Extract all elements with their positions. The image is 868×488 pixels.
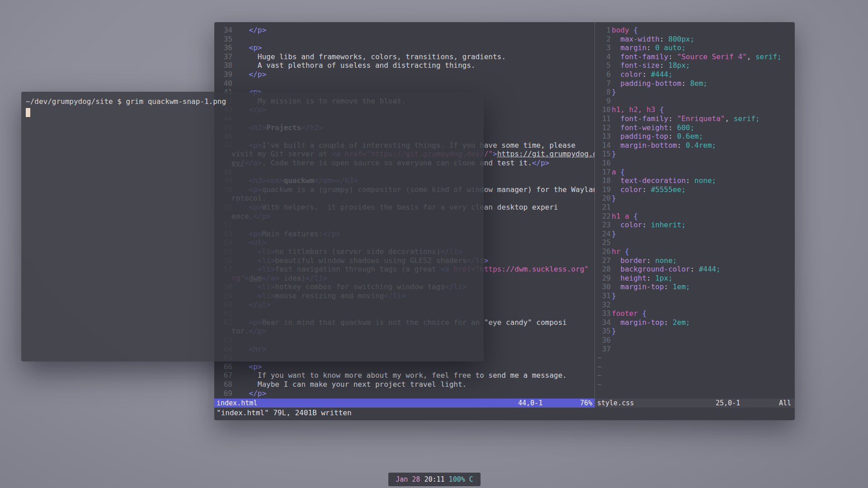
code-text: max-width: 800px; (612, 35, 694, 44)
code-row: 8} (595, 88, 795, 97)
line-number: 25 (595, 238, 611, 247)
line-number: 28 (595, 265, 611, 274)
code-row: 23 color: inherit; (595, 221, 795, 230)
statusline-cursor-position: 44,0-1 (518, 399, 542, 408)
code-row: 67 If you want to know more about my wor… (214, 371, 594, 380)
code-row: 9 (595, 97, 795, 106)
code-row: 29 height: 1px; (595, 274, 795, 283)
code-row: 37 Huge libs and frameworks, colors, tra… (214, 52, 594, 61)
code-row: 33footer { (595, 309, 795, 318)
line-number: 67 (214, 371, 232, 380)
terminal-cursor (26, 108, 30, 117)
code-row: 15} (595, 150, 795, 159)
line-number: 7 (595, 79, 611, 88)
code-text: margin: 0 auto; (612, 43, 686, 52)
tilde-marker: ~ (597, 362, 602, 371)
code-row: 7 padding-bottom: 8em; (595, 79, 795, 88)
code-text: } (612, 194, 616, 203)
line-number: 23 (595, 221, 611, 230)
code-text: a { (612, 168, 625, 177)
line-number: 26 (595, 247, 611, 256)
code-row: 38 A vast plethora of useless and distra… (214, 61, 594, 70)
line-number: 3 (595, 43, 611, 52)
code-row: 2 max-width: 800px; (595, 35, 795, 44)
tilde-marker: ~ (597, 353, 602, 362)
line-number: 2 (595, 35, 611, 44)
vim-statusline-active: index.html 44,0-1 76% (214, 399, 594, 408)
code-row: 1body { (595, 26, 795, 35)
status-bar: Jan 28 20:11 100% C (388, 473, 481, 486)
code-text: color: inherit; (612, 221, 686, 230)
line-number: 38 (214, 61, 232, 70)
line-number: 37 (595, 345, 611, 354)
code-text: background-color: #444; (612, 265, 721, 274)
line-number: 32 (595, 300, 611, 310)
line-number: 36 (595, 336, 611, 345)
line-number: 17 (595, 168, 611, 177)
code-text: color: #444; (612, 70, 673, 79)
code-text: font-size: 18px; (612, 61, 690, 70)
line-number: 15 (595, 150, 611, 159)
code-text: text-decoration: none; (612, 176, 716, 185)
code-row: 11 font-family: "Enriqueta", serif; (595, 114, 795, 123)
line-number: 19 (595, 185, 611, 194)
code-row: 34 </p> (214, 26, 594, 35)
line-number: 4 (595, 52, 611, 61)
code-text: hr { (612, 247, 629, 256)
code-row: 6 color: #444; (595, 70, 795, 79)
line-number: 34 (214, 26, 232, 35)
line-number: 34 (595, 318, 611, 327)
code-text: Huge libs and frameworks, colors, transi… (231, 52, 506, 61)
code-row: 4 font-family: "Source Serif 4", serif; (595, 52, 795, 61)
code-row: 13 padding-top: 0.6em; (595, 132, 795, 141)
code-row: 32 (595, 300, 795, 310)
line-number: 1 (595, 26, 611, 35)
empty-buffer-line: ~ (595, 371, 795, 380)
statusline-scroll-percent: 76% (580, 399, 592, 408)
tilde-marker: ~ (597, 380, 602, 389)
line-number: 18 (595, 176, 611, 185)
code-row: 18 text-decoration: none; (595, 176, 795, 185)
line-number: 30 (595, 282, 611, 291)
line-number: 6 (595, 70, 611, 79)
code-text: body { (612, 26, 638, 35)
code-row: 66 <p> (214, 362, 594, 371)
vim-pane-style-css[interactable]: 1body {2 max-width: 800px;3 margin: 0 au… (595, 22, 795, 398)
line-number: 21 (595, 203, 611, 212)
statusline-cursor-position: 25,0-1 (716, 399, 740, 408)
code-text: </p> (231, 70, 266, 79)
code-text: } (612, 291, 616, 300)
code-row: 31} (595, 291, 795, 300)
vim-vertical-split-divider[interactable] (594, 22, 595, 408)
code-text: A vast plethora of useless and distracti… (231, 61, 475, 70)
code-text: font-family: "Source Serif 4", serif; (612, 52, 782, 61)
terminal-window[interactable]: ~/dev/grumpydog/site $ grim quackwm-snap… (21, 92, 484, 361)
code-text: } (612, 88, 616, 97)
code-row: 19 color: #5555ee; (595, 185, 795, 194)
line-number: 27 (595, 256, 611, 265)
line-number: 40 (214, 79, 232, 88)
statusline-filename: style.css (597, 399, 634, 408)
line-number: 8 (595, 88, 611, 97)
line-number: 68 (214, 380, 232, 389)
line-number: 24 (595, 230, 611, 239)
line-number: 11 (595, 114, 611, 123)
code-text: } (612, 150, 616, 159)
code-text: If you want to know more about my work, … (231, 371, 567, 380)
code-text: margin-top: 2em; (612, 318, 690, 327)
code-row: 17a { (595, 168, 795, 177)
statusline-filename: index.html (217, 399, 257, 408)
line-number: 12 (595, 123, 611, 132)
code-row: 30 margin-top: 1em; (595, 282, 795, 291)
code-row: 20} (595, 194, 795, 203)
code-row: 36 (595, 336, 795, 345)
code-row: 27 border: none; (595, 256, 795, 265)
code-row: 22h1 a { (595, 212, 795, 221)
code-text: margin-bottom: 0.4rem; (612, 141, 716, 150)
code-row: 34 margin-top: 2em; (595, 318, 795, 327)
line-number: 35 (595, 327, 611, 336)
code-row: 35 (214, 35, 594, 44)
code-text: height: 1px; (612, 274, 673, 283)
empty-buffer-line: ~ (595, 353, 795, 362)
line-number: 10 (595, 105, 611, 114)
